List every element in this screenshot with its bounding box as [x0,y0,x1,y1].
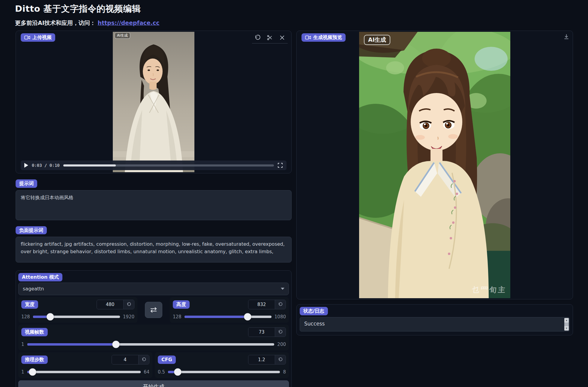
height-label: 高度 [173,300,190,309]
cfg-min: 0.5 [158,369,165,375]
download-icon[interactable] [563,33,570,40]
steps-number-input: 4 [112,355,149,364]
video-watermark: 乜罒旬主 [471,285,507,295]
scrollbar-track[interactable] [564,322,569,326]
close-icon[interactable] [279,34,285,41]
cfg-value[interactable]: 1.2 [248,355,275,364]
fullscreen-icon[interactable] [278,163,283,168]
prompt-block: 提示词 将它转换成日本动画风格 [16,173,292,220]
scroll-up-icon[interactable]: ▲ [564,318,569,322]
frames-number-input: 73 [248,327,286,337]
height-value[interactable]: 832 [248,300,275,309]
video-player-controls: 0:03 / 0:10 [21,160,286,170]
frames-row: 视频帧数 73 1 [18,325,289,350]
steps-slider[interactable] [27,371,141,373]
frames-label: 视频帧数 [21,328,48,336]
width-slider[interactable] [33,316,120,318]
cfg-number-input: 1.2 [248,355,286,364]
steps-block: 推理步数 4 1 [18,352,152,378]
width-label: 宽度 [21,300,38,309]
cfg-slider-handle[interactable] [174,368,182,376]
steps-cfg-row: 推理步数 4 1 [18,352,289,378]
generate-button[interactable]: 开始生成 [18,380,289,387]
settings-panel: Attention 模式 sageattn 宽度 480 [16,270,292,387]
height-reset-icon[interactable] [275,300,286,309]
size-row: 宽度 480 128 [18,297,289,323]
cfg-block: CFG 1.2 0.5 [155,352,289,378]
frames-reset-icon[interactable] [275,328,286,337]
height-slider-handle[interactable] [244,313,251,320]
video-progress-bar[interactable] [63,164,274,166]
generated-video[interactable]: AI生成 乜罒旬主 [359,32,510,298]
steps-reset-icon[interactable] [138,355,149,364]
undo-icon[interactable] [254,34,261,41]
attention-mode-label: Attention 模式 [18,273,62,281]
width-number-input: 480 [97,300,134,309]
swap-cell [140,297,167,323]
frames-slider[interactable] [27,343,274,346]
height-block: 高度 832 128 [170,297,289,323]
status-label: 状态/日志 [300,307,328,315]
width-value[interactable]: 480 [97,300,123,309]
steps-label: 推理步数 [21,356,48,364]
ai-generated-tag: AI生成 [364,35,390,45]
cfg-max: 8 [283,369,286,375]
negative-prompt-input[interactable]: flickering artifact, jpg artifacts, comp… [16,237,292,262]
swap-dimensions-icon[interactable] [145,302,162,318]
right-column: 生成视频预览 [296,31,573,335]
page-title: Ditto 基于文字指令的视频编辑 [15,3,159,15]
steps-min: 1 [21,369,24,375]
frames-max: 200 [277,342,286,347]
cfg-slider[interactable] [168,371,280,373]
width-reset-icon[interactable] [123,300,134,309]
upload-video-label: 上传视频 [21,33,55,42]
scroll-down-icon[interactable]: ▼ [564,326,569,331]
steps-slider-handle[interactable] [29,368,36,376]
app-window: Ditto 基于文字指令的视频编辑 更多前沿AI技术和应用，访问： https:… [0,0,588,387]
subtitle-text: 更多前沿AI技术和应用，访问： [15,20,98,26]
frames-min: 1 [21,342,24,347]
play-icon[interactable] [24,163,28,168]
deepface-link[interactable]: https://deepface.cc [98,20,159,26]
negative-prompt-label: 负面提示词 [16,226,47,235]
trim-scissors-icon[interactable] [267,34,273,41]
prompt-input[interactable]: 将它转换成日本动画风格 [16,190,292,220]
width-block: 宽度 480 128 [18,297,137,323]
video-camera-icon [305,35,311,40]
frames-slider-handle[interactable] [112,340,120,348]
cfg-reset-icon[interactable] [275,355,286,364]
video-progress-fill [63,164,116,166]
status-panel: 状态/日志 Success ▲ ▼ [296,304,573,335]
video-edit-toolbar [252,33,288,44]
width-max: 1920 [123,314,134,320]
steps-max: 64 [144,369,149,375]
frames-block: 视频帧数 73 1 [18,325,289,350]
steps-value[interactable]: 4 [112,355,138,364]
generated-preview-label: 生成视频预览 [302,33,346,42]
page-header: Ditto 基于文字指令的视频编辑 更多前沿AI技术和应用，访问： https:… [15,3,159,27]
attention-mode-select[interactable]: sageattn [18,283,289,295]
generated-preview-panel: 生成视频预览 [296,31,573,299]
height-number-input: 832 [248,300,286,309]
chevron-down-icon [281,288,284,290]
source-video[interactable]: AI生成 [113,32,194,172]
width-min: 128 [21,314,30,320]
height-max: 1080 [274,314,286,320]
width-slider-handle[interactable] [46,313,54,320]
height-slider[interactable] [184,316,272,318]
height-min: 128 [173,314,182,320]
status-log-textarea[interactable]: Success ▲ ▼ [300,317,570,332]
negative-prompt-block: 负面提示词 flickering artifact, jpg artifacts… [16,220,292,263]
cfg-label: CFG [158,356,176,364]
prompt-label: 提示词 [16,179,37,188]
left-column: 上传视频 [16,31,292,387]
video-camera-icon [24,35,30,40]
frames-value[interactable]: 73 [248,328,275,337]
ai-generated-tag: AI生成 [115,32,130,39]
status-scrollbar: ▲ ▼ [564,318,569,331]
video-timestamp: 0:03 / 0:10 [32,163,60,168]
upload-video-panel: 上传视频 [16,31,292,173]
page-subtitle: 更多前沿AI技术和应用，访问： https://deepface.cc [15,19,159,27]
